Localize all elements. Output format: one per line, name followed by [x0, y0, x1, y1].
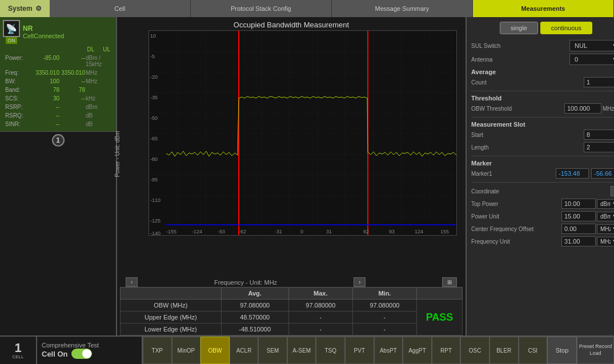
obw-btn[interactable]: OBW: [200, 337, 230, 364]
start-label: Start: [471, 132, 483, 138]
svg-text:-140: -140: [150, 230, 160, 236]
asem-btn[interactable]: A-SEM: [287, 337, 316, 364]
marker1-values: [556, 168, 614, 179]
on-badge: ON: [6, 37, 17, 44]
freq-unit-row: Frequency Unit MHz: [471, 236, 614, 246]
abspt-btn[interactable]: AbsPT: [374, 337, 403, 364]
marker1-x-input[interactable]: [556, 168, 589, 179]
cell-indicator: 1 CELL: [0, 337, 37, 364]
txp-btn[interactable]: TXP: [143, 337, 172, 364]
start-input[interactable]: [584, 130, 614, 140]
svg-text:-125: -125: [150, 218, 160, 224]
divider-4: [471, 182, 614, 183]
measurement-slot-label: Measurement Slot: [471, 121, 614, 128]
divider-3: [471, 156, 614, 156]
tab-cell[interactable]: Cell: [50, 0, 191, 17]
cell-indicator-number: 1: [14, 342, 21, 354]
svg-text:155: 155: [440, 229, 449, 234]
col-label: [121, 288, 222, 300]
scroll-right-btn[interactable]: ›: [354, 277, 366, 287]
svg-text:-20: -20: [150, 74, 158, 80]
coordinate-refresh-btn[interactable]: ↻: [611, 186, 614, 196]
marker1-label: Marker1: [471, 171, 492, 177]
top-power-input[interactable]: [561, 199, 596, 209]
count-control: [584, 77, 614, 87]
svg-text:31: 31: [326, 229, 332, 234]
tsq-btn[interactable]: TSQ: [316, 337, 345, 364]
scroll-left-btn[interactable]: ‹: [126, 277, 138, 287]
continuous-mode-btn[interactable]: continuous: [540, 22, 592, 34]
osc-btn[interactable]: OSC: [460, 337, 489, 364]
obw-threshold-unit: MHz: [603, 106, 614, 112]
cfo-control: MHz: [561, 224, 614, 234]
sul-label: SUL Switch: [471, 43, 500, 49]
aclr-btn[interactable]: ACLR: [230, 337, 259, 364]
stop-btn[interactable]: Stop: [547, 337, 577, 364]
chart-y-label: Power - Unit: dBm: [114, 131, 121, 177]
marker-label: Marker: [471, 160, 614, 167]
sul-select[interactable]: NUL: [569, 40, 614, 51]
power-unit-control: dBm: [561, 211, 614, 221]
count-row: Count: [471, 77, 614, 87]
cfo-input[interactable]: [561, 224, 596, 234]
obw-threshold-label: OBW Threshold: [471, 106, 512, 112]
tab-message[interactable]: Message Summary: [332, 0, 473, 17]
cell-number-badge: 1: [52, 134, 65, 147]
marker1-y-input[interactable]: [591, 168, 614, 179]
divider-2: [471, 117, 614, 118]
cfo-unit-select[interactable]: MHz: [597, 224, 614, 234]
scs-row: SCS: 30 -- kHz: [3, 94, 113, 103]
marker1-row: Marker1: [471, 168, 614, 179]
chart-x-label: Frequency - Unit: MHz: [214, 279, 277, 286]
tab-measurements[interactable]: Measurements: [473, 0, 614, 17]
power-unit-input[interactable]: [561, 211, 596, 221]
sul-control[interactable]: NUL: [569, 40, 614, 51]
freq-unit-unit-select[interactable]: MHz: [597, 237, 614, 246]
main-layout: 📡 ON NR CellConnected DL UL Power: -85.0…: [0, 17, 614, 335]
power-unit-select[interactable]: dBm: [597, 212, 614, 221]
count-input[interactable]: [584, 77, 614, 87]
start-row: Start: [471, 130, 614, 140]
antenna-label: Antenna: [471, 56, 492, 63]
top-power-row: Top Power dBm: [471, 199, 614, 209]
csi-btn[interactable]: CSI: [519, 337, 547, 364]
length-input[interactable]: [584, 142, 614, 152]
svg-text:0: 0: [300, 229, 303, 234]
sinr-row: SINR: -- dB: [3, 120, 113, 128]
svg-text:-95: -95: [150, 177, 158, 183]
single-mode-btn[interactable]: single: [500, 22, 538, 34]
sem-btn[interactable]: SEM: [258, 337, 287, 364]
obw-threshold-input[interactable]: [564, 103, 601, 114]
coordinate-label: Coordinate: [471, 188, 499, 195]
svg-text:-80: -80: [150, 156, 158, 162]
cfo-label: Center Frequency Offset: [471, 226, 533, 232]
top-bar: System ⚙ Cell Protocol Stack Config Mess…: [0, 0, 614, 17]
system-button[interactable]: System ⚙: [0, 0, 50, 17]
pvt-btn[interactable]: PVT: [345, 337, 374, 364]
scroll-expand-btn[interactable]: ⊞: [442, 277, 457, 287]
bler-btn[interactable]: BLER: [489, 337, 519, 364]
svg-text:10: 10: [150, 33, 156, 39]
rpt-btn[interactable]: RPT: [432, 337, 461, 364]
freq-unit-input[interactable]: [561, 236, 596, 246]
antenna-select[interactable]: 0: [569, 54, 614, 65]
top-power-unit-select[interactable]: dBm: [597, 199, 614, 209]
aggpt-btn[interactable]: AggPT: [403, 337, 432, 364]
left-panel: 📡 ON NR CellConnected DL UL Power: -85.0…: [0, 17, 117, 335]
tab-protocol[interactable]: Protocol Stack Config: [191, 0, 332, 17]
cell-on-toggle[interactable]: [71, 349, 92, 359]
cfo-row: Center Frequency Offset MHz: [471, 224, 614, 234]
svg-text:-62: -62: [239, 229, 246, 234]
freq-unit-control: MHz: [561, 236, 614, 246]
mode-buttons: single continuous: [471, 22, 614, 34]
coordinate-row: Coordinate ↻: [471, 186, 614, 196]
results-table: Avg. Max. Min. OBW (MHz) 97.080000 97.08…: [120, 287, 463, 335]
pass-status: PASS: [417, 300, 463, 335]
preset-area[interactable]: Preset Record Load: [577, 337, 614, 364]
system-label: System: [8, 5, 33, 13]
count-label: Count: [471, 79, 487, 86]
minop-btn[interactable]: MinOP: [172, 337, 201, 364]
settings-icon: ⚙: [35, 5, 42, 13]
preset-label: Preset Record Load: [577, 343, 613, 357]
cell-status: CellConnected: [23, 33, 64, 39]
